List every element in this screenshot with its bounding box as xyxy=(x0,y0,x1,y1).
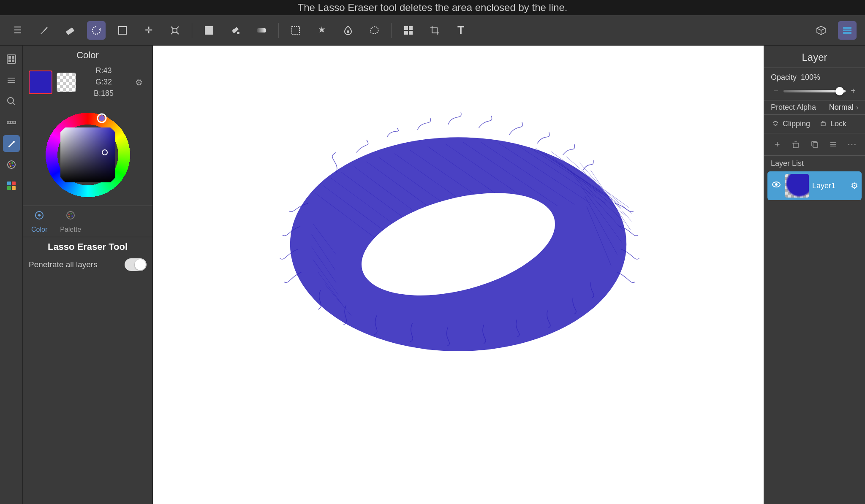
protect-alpha-label: Protect Alpha xyxy=(771,103,829,112)
svg-rect-25 xyxy=(7,121,16,124)
color-settings-button[interactable]: ⚙ xyxy=(131,75,147,90)
sidebar-search[interactable] xyxy=(3,93,20,110)
color-tabs: Color Palette xyxy=(23,206,152,237)
svg-point-23 xyxy=(8,98,14,103)
color-wheel[interactable] xyxy=(41,108,134,201)
fill-tool-btn[interactable] xyxy=(200,21,218,40)
color-wheel-container xyxy=(23,107,152,206)
select-rect-btn[interactable] xyxy=(286,21,305,40)
tab-color[interactable]: Color xyxy=(31,209,47,233)
svg-rect-36 xyxy=(7,182,11,185)
opacity-increase-btn[interactable]: + xyxy=(848,86,858,96)
add-layer-btn[interactable]: + xyxy=(771,137,783,152)
sidebar-layers[interactable] xyxy=(3,72,20,89)
blend-mode-arrow[interactable]: › xyxy=(856,104,858,111)
clipping-btn[interactable]: Clipping xyxy=(771,118,810,130)
svg-rect-18 xyxy=(8,60,11,62)
layer-item[interactable]: Layer1 ⚙ xyxy=(767,171,862,200)
eraser-tool-btn[interactable] xyxy=(61,21,79,40)
arrange-btn[interactable] xyxy=(399,21,418,40)
color-tab-label: Color xyxy=(31,226,47,233)
blend-mode-label[interactable]: Normal xyxy=(829,103,854,112)
svg-rect-0 xyxy=(66,27,74,35)
menu-btn[interactable]: ☰ xyxy=(8,21,27,40)
svg-rect-14 xyxy=(843,32,851,34)
left-sidebar-icons xyxy=(0,46,23,504)
opacity-slider[interactable] xyxy=(783,90,846,92)
sidebar-brush[interactable] xyxy=(3,135,20,152)
lock-label: Lock xyxy=(830,119,846,128)
svg-point-96 xyxy=(775,183,778,186)
3d-view-btn[interactable] xyxy=(812,21,830,40)
layers-panel-btn[interactable] xyxy=(838,21,857,40)
toolbar: ☰ ✛ T xyxy=(0,15,865,46)
crop-btn[interactable] xyxy=(425,21,444,40)
sidebar-ruler[interactable] xyxy=(3,114,20,131)
sidebar-gallery[interactable] xyxy=(3,51,20,68)
svg-point-33 xyxy=(11,162,13,164)
layer-panel-title: Layer xyxy=(764,46,865,68)
brushstroke-group xyxy=(280,112,639,351)
svg-rect-39 xyxy=(12,186,16,190)
separator-1 xyxy=(192,23,192,38)
svg-rect-88 xyxy=(793,143,798,148)
b-value: B:185 xyxy=(80,88,127,99)
svg-rect-87 xyxy=(821,122,825,126)
gradient-tool-btn[interactable] xyxy=(252,21,271,40)
svg-rect-37 xyxy=(12,182,16,185)
primary-color-swatch[interactable] xyxy=(29,70,52,94)
canvas-area[interactable] xyxy=(153,46,764,504)
svg-rect-38 xyxy=(7,186,11,190)
more-options-btn[interactable]: ⋯ xyxy=(846,137,858,152)
svg-point-35 xyxy=(10,165,11,167)
lasso-eraser-btn[interactable] xyxy=(87,21,106,40)
top-bar: The Lasso Eraser tool deletes the area e… xyxy=(0,0,865,15)
svg-point-34 xyxy=(12,165,14,166)
lock-btn[interactable]: Lock xyxy=(819,118,846,130)
delete-layer-btn[interactable] xyxy=(789,137,802,152)
g-value: G:32 xyxy=(80,76,127,88)
svg-point-46 xyxy=(71,213,72,214)
layer-thumbnail xyxy=(785,174,809,198)
move-tool-btn[interactable]: ✛ xyxy=(139,21,158,40)
svg-rect-19 xyxy=(12,60,14,62)
opacity-value: 100% xyxy=(801,73,820,82)
transform-btn[interactable] xyxy=(166,21,184,40)
select-lasso-btn[interactable] xyxy=(365,21,384,40)
tool-name-label: Lasso Eraser Tool xyxy=(29,241,147,252)
right-panel: Layer Opacity 100% − + Protect Alpha Nor… xyxy=(764,46,865,504)
layer-actions: + ⋯ xyxy=(764,133,865,156)
color-values: R:43 G:32 B:185 xyxy=(80,65,127,99)
magic-wand-btn[interactable] xyxy=(313,21,331,40)
palette-tab-icon xyxy=(65,209,76,224)
svg-rect-3 xyxy=(205,26,213,35)
canvas-drawing[interactable] xyxy=(153,46,764,504)
separator-3 xyxy=(391,23,392,38)
layer-thumb-content xyxy=(785,174,809,198)
svg-rect-10 xyxy=(404,31,408,35)
penetrate-toggle[interactable] xyxy=(125,258,147,271)
tab-palette[interactable]: Palette xyxy=(60,209,81,233)
svg-rect-6 xyxy=(292,27,299,34)
separator-2 xyxy=(278,23,279,38)
secondary-color-swatch[interactable] xyxy=(57,73,76,92)
layer-visibility-toggle[interactable] xyxy=(771,179,782,192)
bucket-tool-btn[interactable] xyxy=(226,21,245,40)
svg-point-48 xyxy=(68,216,70,217)
palette-tab-label: Palette xyxy=(60,226,81,233)
shape-tool-btn[interactable] xyxy=(113,21,132,40)
text-btn[interactable]: T xyxy=(452,21,470,40)
duplicate-layer-btn[interactable] xyxy=(808,137,821,152)
layer-list-btn[interactable] xyxy=(827,137,840,152)
pen-tool-btn[interactable] xyxy=(35,21,53,40)
select-pen-btn[interactable] xyxy=(339,21,357,40)
color-tab-icon xyxy=(33,209,45,224)
sidebar-palette-1[interactable] xyxy=(3,156,20,173)
svg-rect-1 xyxy=(119,27,126,34)
opacity-thumb[interactable] xyxy=(835,87,844,95)
color-panel-title: Color xyxy=(29,50,147,61)
main-area: Color R:43 G:32 B:185 ⚙ xyxy=(0,46,865,504)
opacity-decrease-btn[interactable]: − xyxy=(771,86,781,96)
sidebar-palette-2[interactable] xyxy=(3,177,20,194)
layer-settings-btn[interactable]: ⚙ xyxy=(851,181,858,191)
